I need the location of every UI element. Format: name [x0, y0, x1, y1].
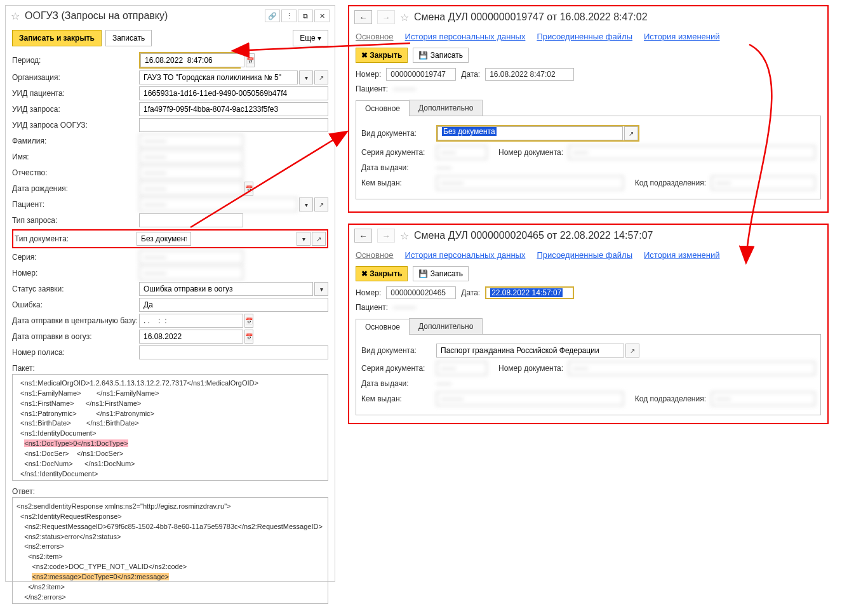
open-icon[interactable]: ↗ [314, 197, 328, 211]
reqtype-input[interactable] [139, 213, 243, 227]
deptcode-input[interactable] [711, 176, 815, 190]
sent-central-input[interactable] [139, 314, 243, 328]
uid-patient-input[interactable] [139, 86, 328, 100]
link-icon[interactable]: 🔗 [265, 10, 280, 22]
doctype-input[interactable] [137, 232, 191, 246]
star-icon[interactable]: ☆ [400, 11, 409, 23]
uid-request-input[interactable] [139, 102, 328, 116]
issuedby-input[interactable] [436, 392, 624, 406]
period-input[interactable] [140, 53, 244, 67]
surname-input[interactable] [139, 134, 243, 148]
close-icon[interactable]: ✕ [314, 10, 330, 22]
open-icon[interactable]: ↗ [624, 126, 638, 140]
more-button[interactable]: Еще ▾ [293, 30, 328, 46]
issuedby-input[interactable] [436, 176, 624, 190]
packet-xml[interactable]: <ns1:MedicalOrgOID>1.2.643.5.1.13.13.12.… [12, 374, 328, 481]
uid-ooguz-input[interactable] [139, 118, 328, 132]
save-close-button[interactable]: Записать и закрыть [12, 30, 102, 46]
forward-icon[interactable]: → [377, 10, 395, 24]
answer-xml[interactable]: <ns2:sendIdentityResponse xmlns:ns2="htt… [12, 497, 328, 604]
back-icon[interactable]: ← [354, 10, 372, 24]
birth-input[interactable] [139, 182, 243, 196]
uid-ooguz-label: УИД запроса ООГУЗ: [12, 121, 139, 130]
back-icon[interactable]: ← [354, 229, 372, 243]
sent-ooguz-input[interactable] [139, 330, 243, 344]
tab-link-files[interactable]: Присоединенные файлы [537, 32, 632, 41]
tab-link-main[interactable]: Основное [356, 250, 394, 260]
save-button[interactable]: 💾 Записать [413, 48, 469, 63]
name-input[interactable] [139, 150, 243, 164]
org-label: Организация: [12, 73, 139, 82]
open-icon[interactable]: ↗ [314, 70, 328, 84]
doctype-label: Вид документа: [361, 346, 431, 355]
doctype-label: Тип документа: [15, 234, 137, 243]
tab-additional[interactable]: Дополнительно [409, 318, 483, 334]
series-label: Серия документа: [361, 364, 431, 373]
close-button[interactable]: ✖ Закрыть [356, 266, 408, 281]
series-input[interactable] [436, 145, 487, 159]
forward-icon[interactable]: → [377, 229, 395, 243]
error-input[interactable] [139, 298, 328, 312]
window-title: Смена ДУЛ 0000000019747 от 16.08.2022 8:… [414, 11, 822, 23]
doctype-input[interactable] [436, 344, 624, 358]
patient-label: Пациент: [12, 200, 139, 209]
issuedate-label: Дата выдачи: [361, 163, 431, 172]
save-button[interactable]: Записать [105, 30, 152, 46]
number-value: 0000000019747 [386, 68, 456, 81]
patronymic-label: Отчество: [12, 168, 139, 177]
dropdown-icon[interactable]: ▾ [314, 282, 328, 296]
series-input[interactable] [139, 250, 243, 264]
star-icon[interactable]: ☆ [400, 230, 409, 242]
tab-link-history[interactable]: История персональных данных [405, 250, 526, 260]
calendar-icon[interactable]: 📅 [244, 330, 253, 344]
answer-label: Ответ: [6, 485, 335, 497]
date-value: 16.08.2022 8:47:02 [485, 68, 574, 81]
dropdown-icon[interactable]: ▾ [299, 197, 313, 211]
dropdown-icon[interactable]: ▾ [299, 70, 313, 84]
deptcode-label: Код подразделения: [635, 394, 706, 403]
open-icon[interactable]: ↗ [312, 232, 326, 246]
tab-link-files[interactable]: Присоединенные файлы [537, 250, 632, 260]
number-input[interactable] [139, 266, 243, 280]
series-input[interactable] [436, 361, 487, 375]
packet-label: Пакет: [6, 361, 335, 374]
tab-main[interactable]: Основное [356, 319, 410, 335]
tab-main[interactable]: Основное [356, 100, 410, 116]
date-value: 22.08.2022 14:57:07 [485, 286, 574, 299]
patronymic-input[interactable] [139, 166, 243, 180]
docnum-input[interactable] [568, 145, 815, 159]
calendar-icon[interactable]: 📅 [246, 53, 255, 67]
open-icon[interactable]: ↗ [625, 344, 639, 358]
issuedate-value: —— [436, 163, 451, 172]
status-input[interactable] [139, 282, 313, 296]
save-button[interactable]: 💾 Записать [413, 266, 469, 281]
doctype-input[interactable]: Без документа [437, 126, 623, 140]
dropdown-icon[interactable]: ▾ [297, 232, 310, 246]
tab-link-changes[interactable]: История изменений [644, 32, 720, 41]
calendar-icon[interactable]: 📅 [244, 182, 253, 196]
docnum-input[interactable] [568, 361, 815, 375]
name-label: Имя: [12, 152, 139, 161]
number-label: Номер: [356, 288, 381, 297]
policy-input[interactable] [139, 345, 328, 359]
more-icon[interactable]: ⋮ [281, 10, 297, 22]
tab-link-main[interactable]: Основное [356, 32, 394, 41]
tab-link-changes[interactable]: История изменений [644, 250, 720, 260]
external-icon[interactable]: ⧉ [298, 10, 313, 22]
reqtype-label: Тип запроса: [12, 216, 139, 225]
window-title: Смена ДУЛ 0000000020465 от 22.08.2022 14… [414, 230, 822, 241]
calendar-icon[interactable]: 📅 [244, 314, 253, 328]
star-icon[interactable]: ☆ [11, 10, 20, 22]
patient-value: ——— [393, 303, 416, 312]
number-label: Номер: [356, 70, 381, 79]
tab-additional[interactable]: Дополнительно [409, 100, 483, 116]
close-button[interactable]: ✖ Закрыть [356, 48, 408, 63]
patient-input[interactable] [139, 197, 298, 211]
deptcode-input[interactable] [711, 392, 815, 406]
issuedate-label: Дата выдачи: [361, 379, 431, 388]
dul-change-panel-2: ← → ☆ Смена ДУЛ 0000000020465 от 22.08.2… [348, 224, 829, 424]
org-input[interactable] [139, 70, 298, 84]
uid-patient-label: УИД пациента: [12, 89, 139, 98]
tab-link-history[interactable]: История персональных данных [405, 32, 526, 41]
deptcode-label: Код подразделения: [635, 178, 706, 187]
